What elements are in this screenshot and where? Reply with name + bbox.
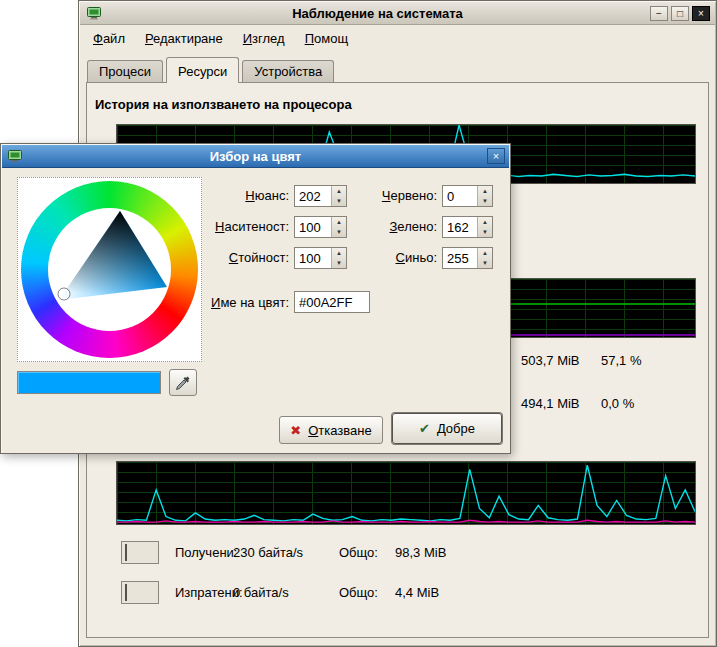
color-name-label: Име на цвят: xyxy=(179,292,289,314)
menu-edit[interactable]: Редактиране xyxy=(139,29,229,48)
sent-label: Изпратени: xyxy=(175,585,233,600)
spin-up-icon[interactable]: ▲ xyxy=(332,248,346,258)
tab-resources[interactable]: Ресурси xyxy=(166,57,239,83)
hue-spin-buttons: ▲ ▼ xyxy=(331,186,346,206)
network-history-chart xyxy=(116,461,696,525)
cancel-button-label: Отказване xyxy=(308,423,372,438)
menu-file[interactable]: Файл xyxy=(87,29,131,48)
sent-rate: 0 байта/s xyxy=(233,585,339,600)
color-name-input[interactable] xyxy=(294,291,370,313)
received-color-swatch xyxy=(125,544,127,561)
hue-label: Нюанс: xyxy=(201,185,289,207)
received-total: 98,3 MiB xyxy=(395,545,446,560)
dialog-app-icon xyxy=(7,148,23,164)
spin-down-icon[interactable]: ▼ xyxy=(478,227,492,237)
dialog-title: Избор на цвят xyxy=(32,149,479,164)
blue-spinner[interactable]: 255 ▲ ▼ xyxy=(442,247,493,269)
cancel-button[interactable]: ✖ Отказване xyxy=(279,416,383,444)
green-spinner[interactable]: 162 ▲ ▼ xyxy=(442,216,493,238)
saturation-spinner[interactable]: 100 ▲ ▼ xyxy=(294,216,347,238)
maximize-icon[interactable]: □ xyxy=(671,6,689,21)
blue-value[interactable]: 255 xyxy=(443,248,477,268)
spin-up-icon[interactable]: ▲ xyxy=(332,217,346,227)
ok-button[interactable]: ✔ Добре xyxy=(392,413,502,444)
window-title: Наблюдение на системата xyxy=(110,6,645,21)
sent-total: 4,4 MiB xyxy=(395,585,439,600)
tab-devices[interactable]: Устройства xyxy=(242,60,334,82)
menu-help[interactable]: Помощ xyxy=(299,29,354,48)
color-wheel[interactable] xyxy=(17,177,202,362)
swap-amount: 494,1 MiB xyxy=(521,396,580,411)
spin-down-icon[interactable]: ▼ xyxy=(478,258,492,268)
sent-color-button[interactable] xyxy=(121,581,159,604)
dialog-close-icon[interactable]: × xyxy=(487,148,505,164)
saturation-spin-buttons: ▲ ▼ xyxy=(331,217,346,237)
blue-spin-buttons: ▲ ▼ xyxy=(477,248,492,268)
eyedropper-icon xyxy=(175,375,191,391)
menubar: Файл Редактиране Изглед Помощ xyxy=(87,27,354,49)
network-sent-row: Изпратени: 0 байта/s Общо: 4,4 MiB xyxy=(121,579,439,605)
network-received-row: Получени: 230 байта/s Общо: 98,3 MiB xyxy=(121,539,446,565)
green-spin-buttons: ▲ ▼ xyxy=(477,217,492,237)
minimize-icon[interactable]: − xyxy=(650,6,668,21)
spin-down-icon[interactable]: ▼ xyxy=(332,227,346,237)
main-titlebar[interactable]: Наблюдение на системата − □ × xyxy=(80,2,715,25)
system-monitor-app-icon xyxy=(86,5,102,21)
memory-percent: 57,1 % xyxy=(601,353,641,368)
sent-color-swatch xyxy=(125,584,127,601)
red-spin-buttons: ▲ ▼ xyxy=(477,186,492,206)
received-rate: 230 байта/s xyxy=(233,545,339,560)
tab-processes[interactable]: Процеси xyxy=(87,60,163,82)
spin-down-icon[interactable]: ▼ xyxy=(332,258,346,268)
red-label: Червено: xyxy=(353,185,437,207)
menu-view[interactable]: Изглед xyxy=(237,29,291,48)
ok-check-icon: ✔ xyxy=(419,421,430,436)
selected-color-preview xyxy=(17,371,161,394)
notebook-tabs: Процеси Ресурси Устройства xyxy=(87,57,337,83)
red-spinner[interactable]: 0 ▲ ▼ xyxy=(442,185,493,207)
spin-up-icon[interactable]: ▲ xyxy=(332,186,346,196)
cancel-x-icon: ✖ xyxy=(290,423,301,438)
received-label: Получени: xyxy=(175,545,233,560)
value-value[interactable]: 100 xyxy=(295,248,331,268)
sent-total-label: Общо: xyxy=(339,585,395,600)
green-label: Зелено: xyxy=(353,216,437,238)
eyedropper-button[interactable] xyxy=(169,369,197,396)
swap-percent: 0,0 % xyxy=(601,396,634,411)
red-value[interactable]: 0 xyxy=(443,186,477,206)
spin-down-icon[interactable]: ▼ xyxy=(332,196,346,206)
dialog-titlebar[interactable]: Избор на цвят × xyxy=(2,145,509,168)
saturation-value-triangle[interactable] xyxy=(18,178,203,363)
memory-amount: 503,7 MiB xyxy=(521,353,580,368)
green-value[interactable]: 162 xyxy=(443,217,477,237)
cpu-history-heading: История на използването на процесора xyxy=(95,97,352,112)
ok-button-label: Добре xyxy=(437,421,475,436)
spin-up-icon[interactable]: ▲ xyxy=(478,248,492,258)
spin-up-icon[interactable]: ▲ xyxy=(478,186,492,196)
received-total-label: Общо: xyxy=(339,545,395,560)
color-picker-dialog: Избор на цвят × xyxy=(0,143,511,454)
blue-label: Синьо: xyxy=(353,247,437,269)
window-controls: − □ × xyxy=(650,6,710,21)
spin-up-icon[interactable]: ▲ xyxy=(478,217,492,227)
value-label: Стойност: xyxy=(201,247,289,269)
close-icon[interactable]: × xyxy=(692,6,710,21)
saturation-label: Наситеност: xyxy=(201,216,289,238)
hue-value[interactable]: 202 xyxy=(295,186,331,206)
spin-down-icon[interactable]: ▼ xyxy=(478,196,492,206)
saturation-value[interactable]: 100 xyxy=(295,217,331,237)
value-spin-buttons: ▲ ▼ xyxy=(331,248,346,268)
value-spinner[interactable]: 100 ▲ ▼ xyxy=(294,247,347,269)
hue-spinner[interactable]: 202 ▲ ▼ xyxy=(294,185,347,207)
received-color-button[interactable] xyxy=(121,541,159,564)
desktop: Наблюдение на системата − □ × Файл Редак… xyxy=(0,0,717,647)
